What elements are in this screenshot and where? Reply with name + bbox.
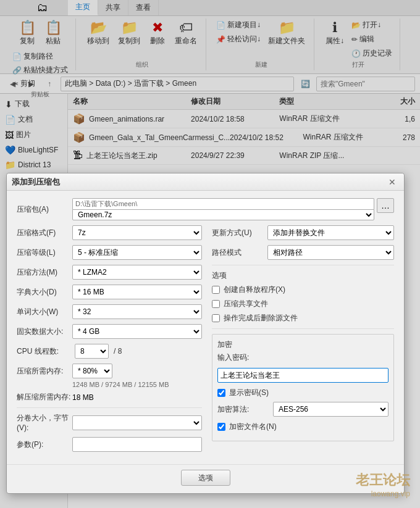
mem-percent-select[interactable]: * 80% — [72, 364, 112, 378]
update-select[interactable]: 添加并替换文件 — [267, 225, 394, 240]
cb-selfextract[interactable] — [212, 286, 220, 294]
cb-share-label: 压缩共享文件 — [224, 299, 268, 309]
format-label: 压缩格式(F) — [17, 228, 72, 238]
path-mode-label: 路径模式 — [212, 248, 267, 258]
method-select[interactable]: * LZMA2 — [72, 265, 202, 280]
cpu-select[interactable]: 8 — [75, 344, 109, 359]
level-select[interactable]: 5 - 标准压缩 — [72, 245, 202, 260]
volume-label: 分卷大小，字节(V): — [17, 413, 72, 432]
decomp-row: 解压缩所需内存: 18 MB — [17, 392, 202, 402]
volume-row: 分卷大小，字节(V): — [17, 413, 202, 432]
password-input[interactable] — [217, 368, 388, 383]
browse-button[interactable]: … — [377, 198, 394, 213]
mem-label: 压缩所需内存: — [17, 366, 72, 377]
decomp-value: 18 MB — [72, 393, 94, 402]
options-button[interactable]: 选项 — [181, 470, 230, 486]
algorithm-label: 加密算法: — [217, 404, 273, 415]
cb-encrypt-filename[interactable] — [217, 423, 225, 431]
watermark: 老王论坛 laowang.vip — [356, 471, 410, 498]
archive-dir: D:\迅雷下载\Gmeen\ — [72, 198, 374, 209]
show-password-row[interactable]: 显示密码(S) — [217, 388, 388, 398]
dict-row: 字典大小(D) * 16 MB — [17, 285, 202, 299]
word-label: 单词大小(W) — [17, 307, 72, 317]
dialog-close-button[interactable]: ✕ — [385, 175, 399, 189]
volume-select[interactable] — [72, 415, 202, 430]
param-input[interactable] — [72, 437, 202, 452]
dict-select[interactable]: * 16 MB — [72, 285, 202, 299]
method-row: 压缩方法(M) * LZMA2 — [17, 265, 202, 280]
options-section-title: 选项 — [212, 270, 394, 281]
level-label: 压缩等级(L) — [17, 248, 72, 258]
format-row: 压缩格式(F) 7z — [17, 225, 202, 240]
cb-share[interactable] — [212, 300, 220, 308]
cpu-row: CPU 线程数: 8 / 8 — [17, 344, 202, 359]
solid-select[interactable]: * 4 GB — [72, 324, 202, 339]
dialog-columns: 压缩格式(F) 7z 压缩等级(L) 5 - 标准压缩 压缩方法(M) — [17, 225, 394, 457]
divider-1 — [17, 407, 202, 408]
watermark-line1: 老王论坛 — [356, 471, 410, 489]
decomp-label: 解压缩所需内存: — [17, 392, 72, 402]
encrypt-filename-row[interactable]: 加密文件名(N) — [217, 422, 388, 432]
param-label: 参数(P): — [17, 439, 72, 450]
dialog-left-col: 压缩格式(F) 7z 压缩等级(L) 5 - 标准压缩 压缩方法(M) — [17, 225, 202, 457]
word-select[interactable]: * 32 — [72, 304, 202, 319]
dict-label: 字典大小(D) — [17, 287, 72, 298]
cpu-max: / 8 — [114, 347, 122, 356]
cb-selfextract-label: 创建自释放程序(X) — [224, 285, 285, 295]
cb-delete[interactable] — [212, 314, 220, 322]
show-password-label: 显示密码(S) — [229, 388, 269, 398]
dialog-titlebar: 添加到压缩包 ✕ — [7, 173, 404, 191]
password-label: 输入密码: — [217, 352, 388, 363]
solid-row: 固实数据大小: * 4 GB — [17, 324, 202, 339]
param-row: 参数(P): — [17, 437, 202, 452]
watermark-line2: laowang.vip — [356, 489, 410, 498]
algorithm-row: 加密算法: AES-256 — [217, 402, 388, 417]
add-archive-dialog: 添加到压缩包 ✕ 压缩包(A) D:\迅雷下载\Gmeen\ Gmeen.7z … — [6, 173, 405, 494]
dialog-overlay: 添加到压缩包 ✕ 压缩包(A) D:\迅雷下载\Gmeen\ Gmeen.7z … — [0, 0, 420, 508]
divider-3 — [212, 328, 394, 329]
path-mode-row: 路径模式 相对路径 — [212, 245, 394, 260]
archive-name-select[interactable]: Gmeen.7z — [72, 209, 374, 220]
encrypt-title: 加密 — [217, 339, 388, 350]
dialog-footer: 选项 — [7, 464, 404, 493]
format-select[interactable]: 7z — [72, 225, 202, 240]
solid-label: 固实数据大小: — [17, 327, 72, 337]
cb-selfextract-row[interactable]: 创建自释放程序(X) — [212, 285, 394, 295]
archive-path-label: 压缩包(A) — [17, 204, 72, 215]
cb-share-row[interactable]: 压缩共享文件 — [212, 299, 394, 309]
level-row: 压缩等级(L) 5 - 标准压缩 — [17, 245, 202, 260]
dialog-title: 添加到压缩包 — [12, 177, 385, 188]
mem-detail: 1248 MB / 9724 MB / 12155 MB — [17, 381, 202, 388]
encrypt-filename-label: 加密文件名(N) — [229, 422, 277, 432]
cb-delete-label: 操作完成后删除源文件 — [224, 313, 298, 323]
archive-path-row: 压缩包(A) D:\迅雷下载\Gmeen\ Gmeen.7z … — [17, 198, 394, 220]
method-label: 压缩方法(M) — [17, 267, 72, 278]
mem-row: 压缩所需内存: * 80% — [17, 364, 202, 378]
word-row: 单词大小(W) * 32 — [17, 304, 202, 319]
path-mode-select[interactable]: 相对路径 — [267, 245, 394, 260]
cpu-label: CPU 线程数: — [17, 346, 72, 357]
update-row: 更新方式(U) 添加并替换文件 — [212, 225, 394, 240]
cb-show-password[interactable] — [217, 389, 225, 397]
dialog-right-col: 更新方式(U) 添加并替换文件 路径模式 相对路径 选项 — [212, 225, 394, 457]
archive-path-field: D:\迅雷下载\Gmeen\ Gmeen.7z … — [72, 198, 394, 220]
update-label: 更新方式(U) — [212, 228, 267, 238]
dialog-body: 压缩包(A) D:\迅雷下载\Gmeen\ Gmeen.7z … 压 — [7, 191, 404, 464]
divider-2 — [212, 265, 394, 265]
cb-delete-row[interactable]: 操作完成后删除源文件 — [212, 313, 394, 323]
algorithm-select[interactable]: AES-256 — [273, 402, 388, 417]
encrypt-section: 加密 输入密码: 显示密码(S) 加密算法: AES-256 — [212, 334, 394, 441]
